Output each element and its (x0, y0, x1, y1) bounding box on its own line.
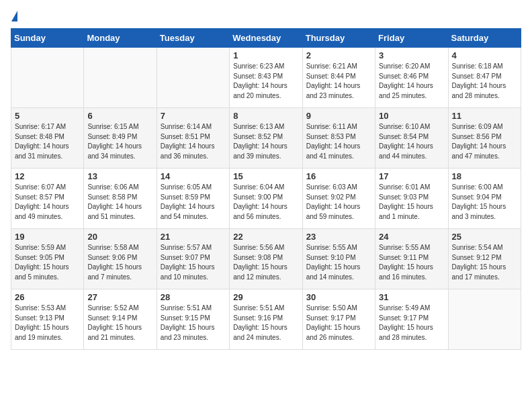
day-info: Sunrise: 5:55 AM Sunset: 9:10 PM Dayligh… (306, 243, 371, 282)
calendar-table: SundayMondayTuesdayWednesdayThursdayFrid… (11, 28, 521, 350)
day-number: 3 (379, 50, 444, 60)
day-number: 26 (15, 292, 80, 302)
calendar-cell: 8Sunrise: 6:13 AM Sunset: 8:52 PM Daylig… (230, 108, 302, 169)
day-info: Sunrise: 6:03 AM Sunset: 9:02 PM Dayligh… (306, 183, 371, 222)
day-number: 20 (87, 232, 152, 242)
weekday-header-monday: Monday (84, 29, 157, 48)
calendar-cell: 31Sunrise: 5:49 AM Sunset: 9:17 PM Dayli… (375, 289, 448, 350)
day-info: Sunrise: 6:20 AM Sunset: 8:46 PM Dayligh… (379, 62, 444, 101)
calendar-cell: 7Sunrise: 6:14 AM Sunset: 8:51 PM Daylig… (157, 108, 229, 169)
day-number: 22 (233, 232, 298, 242)
day-info: Sunrise: 6:06 AM Sunset: 8:58 PM Dayligh… (87, 183, 152, 222)
calendar-cell: 16Sunrise: 6:03 AM Sunset: 9:02 PM Dayli… (302, 169, 375, 229)
day-number: 31 (379, 292, 444, 302)
calendar-cell: 12Sunrise: 6:07 AM Sunset: 8:57 PM Dayli… (11, 169, 84, 229)
calendar-cell: 23Sunrise: 5:55 AM Sunset: 9:10 PM Dayli… (302, 229, 375, 289)
day-info: Sunrise: 6:10 AM Sunset: 8:54 PM Dayligh… (379, 122, 444, 161)
day-number: 12 (15, 171, 80, 181)
day-info: Sunrise: 6:21 AM Sunset: 8:44 PM Dayligh… (306, 62, 371, 101)
day-info: Sunrise: 6:00 AM Sunset: 9:04 PM Dayligh… (452, 183, 517, 222)
day-info: Sunrise: 6:14 AM Sunset: 8:51 PM Dayligh… (161, 122, 226, 161)
day-number: 19 (15, 232, 80, 242)
day-info: Sunrise: 5:51 AM Sunset: 9:16 PM Dayligh… (233, 304, 298, 342)
calendar-cell (84, 48, 157, 108)
calendar-cell: 20Sunrise: 5:58 AM Sunset: 9:06 PM Dayli… (84, 229, 157, 289)
calendar-week-row: 1Sunrise: 6:23 AM Sunset: 8:43 PM Daylig… (11, 48, 521, 108)
calendar-cell: 17Sunrise: 6:01 AM Sunset: 9:03 PM Dayli… (375, 169, 448, 229)
calendar-cell: 25Sunrise: 5:54 AM Sunset: 9:12 PM Dayli… (448, 229, 521, 289)
calendar-cell: 18Sunrise: 6:00 AM Sunset: 9:04 PM Dayli… (448, 169, 521, 229)
calendar-cell: 28Sunrise: 5:51 AM Sunset: 9:15 PM Dayli… (157, 289, 229, 350)
day-info: Sunrise: 5:50 AM Sunset: 9:17 PM Dayligh… (306, 304, 371, 342)
calendar-cell: 3Sunrise: 6:20 AM Sunset: 8:46 PM Daylig… (375, 48, 448, 108)
day-number: 18 (452, 171, 517, 181)
day-info: Sunrise: 5:56 AM Sunset: 9:08 PM Dayligh… (233, 243, 298, 282)
day-info: Sunrise: 5:55 AM Sunset: 9:11 PM Dayligh… (379, 243, 444, 282)
day-number: 1 (233, 50, 298, 60)
day-number: 28 (161, 292, 226, 302)
calendar-cell (157, 48, 229, 108)
calendar-cell: 10Sunrise: 6:10 AM Sunset: 8:54 PM Dayli… (375, 108, 448, 169)
day-info: Sunrise: 6:09 AM Sunset: 8:56 PM Dayligh… (452, 122, 517, 161)
weekday-header-wednesday: Wednesday (230, 29, 302, 48)
calendar-cell: 29Sunrise: 5:51 AM Sunset: 9:16 PM Dayli… (230, 289, 302, 350)
calendar-cell: 11Sunrise: 6:09 AM Sunset: 8:56 PM Dayli… (448, 108, 521, 169)
calendar-cell: 22Sunrise: 5:56 AM Sunset: 9:08 PM Dayli… (230, 229, 302, 289)
day-number: 23 (306, 232, 371, 242)
day-info: Sunrise: 6:05 AM Sunset: 8:59 PM Dayligh… (161, 183, 226, 222)
calendar-cell: 24Sunrise: 5:55 AM Sunset: 9:11 PM Dayli… (375, 229, 448, 289)
page-header (11, 11, 521, 20)
day-info: Sunrise: 6:13 AM Sunset: 8:52 PM Dayligh… (233, 122, 298, 161)
day-number: 21 (161, 232, 226, 242)
day-info: Sunrise: 5:49 AM Sunset: 9:17 PM Dayligh… (379, 304, 444, 342)
calendar-cell: 9Sunrise: 6:11 AM Sunset: 8:53 PM Daylig… (302, 108, 375, 169)
day-info: Sunrise: 6:18 AM Sunset: 8:47 PM Dayligh… (452, 62, 517, 101)
day-number: 17 (379, 171, 444, 181)
calendar-week-row: 26Sunrise: 5:53 AM Sunset: 9:13 PM Dayli… (11, 289, 521, 350)
day-number: 13 (87, 171, 152, 181)
calendar-cell: 19Sunrise: 5:59 AM Sunset: 9:05 PM Dayli… (11, 229, 84, 289)
day-number: 11 (452, 111, 517, 121)
day-number: 2 (306, 50, 371, 60)
day-number: 24 (379, 232, 444, 242)
calendar-cell: 27Sunrise: 5:52 AM Sunset: 9:14 PM Dayli… (84, 289, 157, 350)
day-number: 14 (161, 171, 226, 181)
weekday-header-saturday: Saturday (448, 29, 521, 48)
calendar-cell: 13Sunrise: 6:06 AM Sunset: 8:58 PM Dayli… (84, 169, 157, 229)
day-info: Sunrise: 5:57 AM Sunset: 9:07 PM Dayligh… (161, 243, 226, 282)
calendar-week-row: 5Sunrise: 6:17 AM Sunset: 8:48 PM Daylig… (11, 108, 521, 169)
day-info: Sunrise: 5:51 AM Sunset: 9:15 PM Dayligh… (161, 304, 226, 342)
weekday-header-row: SundayMondayTuesdayWednesdayThursdayFrid… (11, 29, 521, 48)
calendar-cell: 30Sunrise: 5:50 AM Sunset: 9:17 PM Dayli… (302, 289, 375, 350)
weekday-header-sunday: Sunday (11, 29, 84, 48)
calendar-cell (11, 48, 84, 108)
day-info: Sunrise: 6:11 AM Sunset: 8:53 PM Dayligh… (306, 122, 371, 161)
weekday-header-friday: Friday (375, 29, 448, 48)
calendar-cell: 5Sunrise: 6:17 AM Sunset: 8:48 PM Daylig… (11, 108, 84, 169)
day-number: 29 (233, 292, 298, 302)
calendar-cell: 4Sunrise: 6:18 AM Sunset: 8:47 PM Daylig… (448, 48, 521, 108)
day-info: Sunrise: 5:58 AM Sunset: 9:06 PM Dayligh… (87, 243, 152, 282)
day-info: Sunrise: 6:17 AM Sunset: 8:48 PM Dayligh… (15, 122, 80, 161)
day-info: Sunrise: 6:04 AM Sunset: 9:00 PM Dayligh… (233, 183, 298, 222)
day-number: 8 (233, 111, 298, 121)
day-info: Sunrise: 6:23 AM Sunset: 8:43 PM Dayligh… (233, 62, 298, 101)
day-number: 16 (306, 171, 371, 181)
weekday-header-tuesday: Tuesday (157, 29, 229, 48)
day-info: Sunrise: 5:54 AM Sunset: 9:12 PM Dayligh… (452, 243, 517, 282)
day-info: Sunrise: 6:07 AM Sunset: 8:57 PM Dayligh… (15, 183, 80, 222)
day-info: Sunrise: 6:01 AM Sunset: 9:03 PM Dayligh… (379, 183, 444, 222)
calendar-cell: 14Sunrise: 6:05 AM Sunset: 8:59 PM Dayli… (157, 169, 229, 229)
calendar-cell: 26Sunrise: 5:53 AM Sunset: 9:13 PM Dayli… (11, 289, 84, 350)
day-info: Sunrise: 5:52 AM Sunset: 9:14 PM Dayligh… (87, 304, 152, 342)
calendar-week-row: 12Sunrise: 6:07 AM Sunset: 8:57 PM Dayli… (11, 169, 521, 229)
day-number: 27 (87, 292, 152, 302)
weekday-header-thursday: Thursday (302, 29, 375, 48)
day-number: 6 (87, 111, 152, 121)
calendar-cell: 15Sunrise: 6:04 AM Sunset: 9:00 PM Dayli… (230, 169, 302, 229)
day-number: 9 (306, 111, 371, 121)
calendar-cell: 1Sunrise: 6:23 AM Sunset: 8:43 PM Daylig… (230, 48, 302, 108)
day-info: Sunrise: 5:53 AM Sunset: 9:13 PM Dayligh… (15, 304, 80, 342)
calendar-cell: 21Sunrise: 5:57 AM Sunset: 9:07 PM Dayli… (157, 229, 229, 289)
day-number: 7 (161, 111, 226, 121)
